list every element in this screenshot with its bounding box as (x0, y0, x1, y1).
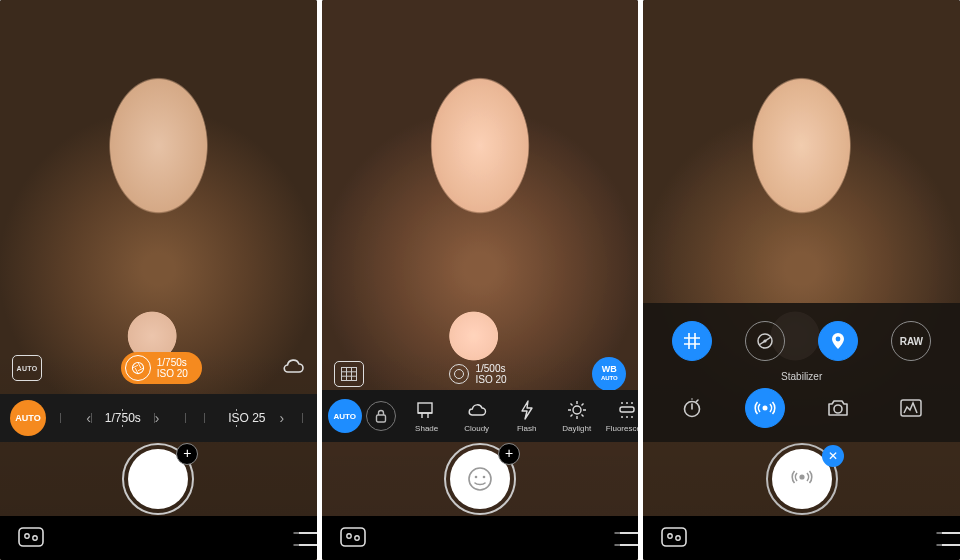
timer-toggle[interactable] (672, 388, 712, 428)
grid-icon (683, 332, 701, 350)
auto-mode-label: AUTO (17, 365, 38, 372)
wb-preset-fluorescent[interactable]: Fluorescent (604, 399, 639, 433)
svg-rect-8 (620, 407, 634, 412)
wb-preset-daylight[interactable]: Daylight (554, 399, 600, 433)
svg-point-17 (836, 337, 841, 342)
svg-point-22 (799, 474, 804, 479)
svg-point-10 (475, 476, 478, 479)
settings-panel: RAW Stabilizer (643, 303, 960, 442)
wb-preset-label: Fluorescent (606, 424, 639, 433)
svg-point-7 (573, 406, 581, 414)
wb-preset-label: Daylight (562, 424, 591, 433)
auto-button-label: AUTO (333, 412, 356, 421)
auto-mode-badge[interactable]: AUTO (12, 355, 42, 381)
shutter-button[interactable]: + (128, 449, 188, 509)
grid-toggle[interactable] (672, 321, 712, 361)
phone-screen-2: 1/500s ISO 20 WB AUTO AUTO Shade (322, 0, 639, 560)
gallery-icon[interactable] (18, 525, 44, 551)
svg-rect-23 (662, 528, 686, 546)
svg-point-25 (676, 536, 680, 540)
cloud-icon[interactable] (281, 357, 305, 379)
face-icon (467, 466, 493, 492)
exposure-readout[interactable]: 1/500s ISO 20 (449, 363, 506, 385)
plus-icon[interactable]: + (176, 443, 198, 465)
svg-rect-5 (376, 415, 385, 422)
wb-preset-label: Flash (517, 424, 537, 433)
shade-icon (416, 399, 438, 421)
readout-iso: ISO 20 (475, 374, 506, 385)
svg-point-13 (346, 534, 350, 538)
svg-rect-12 (341, 528, 365, 546)
stabilizer-toggle[interactable] (745, 388, 785, 428)
stabilizer-icon (789, 464, 815, 494)
location-toggle[interactable] (818, 321, 858, 361)
stabilizer-icon (754, 397, 776, 419)
lock-button[interactable] (366, 401, 396, 431)
flash-icon (520, 399, 534, 421)
wb-preset-cloudy[interactable]: Cloudy (454, 399, 500, 433)
shutter-button[interactable]: + (450, 449, 510, 509)
histogram-icon (900, 398, 922, 418)
gallery-icon[interactable] (340, 525, 366, 551)
sun-icon (567, 399, 587, 421)
pill-shutter-value: 1/750s (157, 357, 188, 368)
phone-screen-3: RAW Stabilizer (643, 0, 960, 560)
svg-point-24 (668, 534, 672, 538)
wb-preset-label: Cloudy (464, 424, 489, 433)
svg-rect-4 (341, 368, 356, 381)
shutter-dial[interactable]: ‹ 1/750s › (56, 410, 190, 426)
raw-toggle[interactable]: RAW (891, 321, 931, 361)
svg-point-11 (483, 476, 486, 479)
wb-sublabel: AUTO (601, 374, 618, 383)
auto-button[interactable]: AUTO (328, 399, 362, 433)
shutter-dial-value: 1/750s (95, 411, 151, 425)
aperture-icon (125, 355, 151, 381)
svg-point-16 (763, 339, 766, 342)
raw-label: RAW (900, 336, 923, 347)
shutter-button[interactable]: ✕ (772, 449, 832, 509)
iso-dial-value: ISO 25 (218, 411, 275, 425)
fluorescent-icon (617, 399, 637, 421)
section-label: Stabilizer (643, 365, 960, 384)
grid-badge[interactable] (334, 361, 364, 387)
camera-icon (826, 398, 850, 418)
svg-point-14 (354, 536, 358, 540)
aperture-icon (449, 364, 469, 384)
timer-icon (681, 397, 703, 419)
svg-point-19 (763, 406, 768, 411)
lock-icon (375, 409, 387, 423)
location-pin-icon (831, 332, 845, 350)
plus-icon[interactable]: + (498, 443, 520, 465)
readout-shutter: 1/500s (475, 363, 506, 374)
level-icon (755, 331, 775, 351)
iso-dial[interactable]: ISO 25 › (200, 410, 307, 426)
svg-point-9 (469, 468, 491, 490)
svg-rect-1 (19, 528, 43, 546)
auto-button[interactable]: AUTO (10, 400, 46, 436)
histogram-toggle[interactable] (891, 388, 931, 428)
pill-iso-value: ISO 20 (157, 368, 188, 379)
wb-preset-flash[interactable]: Flash (504, 399, 550, 433)
svg-point-0 (132, 362, 143, 373)
cloud-icon (466, 399, 488, 421)
white-balance-button[interactable]: WB AUTO (592, 357, 626, 391)
svg-point-3 (33, 536, 37, 540)
close-icon[interactable]: ✕ (822, 445, 844, 467)
svg-point-2 (25, 534, 29, 538)
wb-preset-shade[interactable]: Shade (404, 399, 450, 433)
gallery-icon[interactable] (661, 525, 687, 551)
phone-screen-1: AUTO 1/750s ISO 20 AUTO ‹ (0, 0, 317, 560)
level-toggle[interactable] (745, 321, 785, 361)
svg-rect-6 (418, 403, 432, 413)
wb-label: WB (602, 365, 617, 374)
wb-preset-label: Shade (415, 424, 438, 433)
camera-toggle[interactable] (818, 388, 858, 428)
auto-button-label: AUTO (15, 413, 40, 423)
exposure-pill[interactable]: 1/750s ISO 20 (121, 352, 202, 384)
svg-point-20 (834, 405, 842, 413)
